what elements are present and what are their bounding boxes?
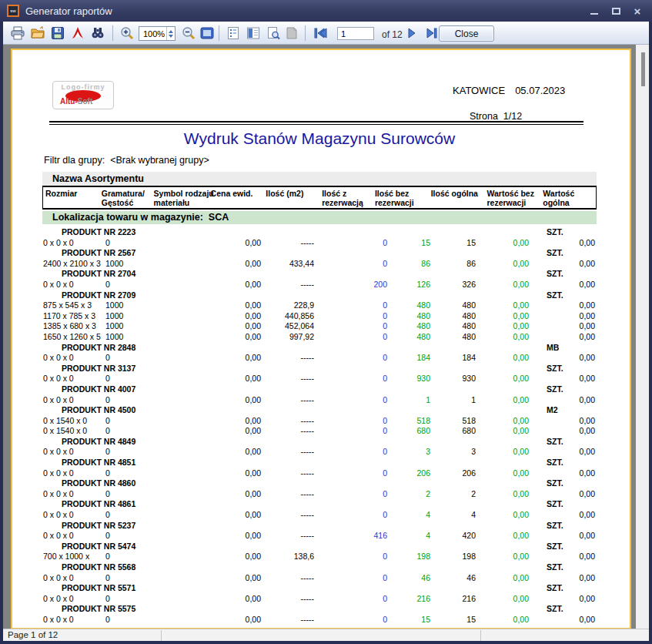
- close-preview-button[interactable]: Close: [439, 25, 494, 42]
- product-unit: SZT.: [547, 499, 563, 510]
- detail-row: 0 x 0 x 000,00-----41644200,000,00: [42, 531, 597, 542]
- column-header: Symbol rodzajumateriału: [152, 187, 209, 208]
- cell: 0,00: [208, 468, 261, 479]
- maximize-button[interactable]: [609, 4, 623, 18]
- whole-page-button[interactable]: [199, 25, 216, 42]
- cell: 0,00: [529, 311, 595, 322]
- cell: 0: [101, 594, 142, 605]
- cell: 0 x 0 x 0: [42, 395, 101, 406]
- open-button[interactable]: [29, 25, 46, 42]
- zoom-level-select[interactable]: 100%: [139, 26, 176, 41]
- product-row: PRODUKT NR 4500M2: [42, 405, 597, 416]
- cell: 518: [430, 416, 476, 427]
- scrollbar-thumb[interactable]: [641, 52, 645, 86]
- cell: 0: [314, 573, 387, 584]
- cell: 0,00: [208, 280, 261, 290]
- product-row: PRODUKT NR 4007SZT.: [42, 384, 597, 395]
- zoom-out-button[interactable]: [180, 25, 197, 42]
- cell: 0: [314, 238, 387, 249]
- cell: 46: [430, 573, 476, 584]
- cell: 0,00: [529, 395, 595, 406]
- cell: 0: [101, 468, 142, 479]
- product-unit: SZT.: [547, 290, 563, 301]
- detail-row: 0 x 1540 x 000,00-----05185180,000,00: [42, 416, 597, 427]
- cell: 0,00: [208, 374, 261, 384]
- header-divider: [49, 121, 583, 125]
- product-unit: MB: [547, 343, 559, 354]
- product-row: PRODUKT NR 5568SZT.: [42, 562, 597, 573]
- product-name: PRODUKT NR 4861: [62, 499, 135, 508]
- detail-row: 2400 x 2100 x 310000,00433,44086860,000,…: [42, 259, 597, 270]
- close-window-button[interactable]: ×: [630, 4, 644, 18]
- cell: 0,00: [529, 280, 595, 290]
- cell: 433,44: [261, 259, 314, 270]
- cell: 0: [314, 510, 387, 521]
- cell: -----: [261, 510, 314, 521]
- cell: 184: [387, 353, 430, 364]
- cell: 216: [387, 594, 430, 605]
- cell: 0: [314, 259, 387, 270]
- nav-next-button[interactable]: [403, 25, 420, 42]
- cell: 86: [430, 259, 476, 270]
- cell: 0,00: [476, 594, 529, 605]
- find-button[interactable]: [89, 25, 106, 42]
- location-band: Lokalizacja towaru w magazynie: SCA: [42, 211, 597, 224]
- cell: [142, 426, 208, 437]
- cell: 0,00: [476, 552, 529, 562]
- page-number-input[interactable]: [337, 27, 374, 40]
- product-name: PRODUKT NR 4851: [62, 458, 135, 467]
- product-name: PRODUKT NR 4849: [62, 437, 135, 446]
- zoom-level-value: 100%: [139, 29, 166, 39]
- cell: [142, 374, 208, 384]
- cell: 15: [387, 238, 430, 249]
- edit-page-button[interactable]: [283, 25, 300, 42]
- detail-row: 0 x 0 x 000,00-----0330,000,00: [42, 447, 597, 458]
- cell: 0,00: [529, 552, 595, 562]
- city-date-line: KATOWICE 05.07.2023: [453, 85, 565, 96]
- product-row: PRODUKT NR 2704SZT.: [42, 269, 597, 280]
- cell: -----: [261, 238, 314, 249]
- cell: 0,00: [529, 447, 595, 458]
- cell: 0,00: [529, 426, 595, 437]
- cell: 0: [314, 426, 387, 437]
- cell: 480: [430, 332, 476, 343]
- save-button[interactable]: [49, 25, 66, 42]
- cell: 184: [430, 353, 476, 364]
- column-header: Ilość bezrezerwacji: [373, 187, 429, 208]
- product-unit: SZT.: [547, 227, 563, 238]
- cell: 126: [387, 280, 430, 290]
- cell: 0,00: [208, 416, 261, 427]
- cell: 1: [387, 395, 430, 406]
- product-row: PRODUKT NR 3137SZT.: [42, 364, 597, 374]
- product-unit: SZT.: [547, 269, 563, 280]
- print-button[interactable]: [9, 25, 26, 42]
- nav-last-button[interactable]: [423, 25, 440, 42]
- vertical-scrollbar[interactable]: [636, 45, 649, 629]
- minimize-button[interactable]: [587, 4, 601, 18]
- export-pdf-button[interactable]: [69, 25, 86, 42]
- cell: 480: [430, 321, 476, 332]
- cell: 0,00: [476, 300, 529, 311]
- cell: 0: [314, 468, 387, 479]
- cell: 0: [314, 416, 387, 427]
- print-options-button[interactable]: [265, 25, 282, 42]
- cell: 0,00: [208, 552, 261, 562]
- cell: 0: [314, 374, 387, 384]
- cell: 0,00: [208, 238, 261, 249]
- column-header: Rozmiar: [43, 187, 99, 208]
- cell: 0,00: [529, 510, 595, 521]
- cell: 0,00: [529, 259, 595, 270]
- cell: 0 x 0 x 0: [42, 468, 101, 479]
- two-page-view-button[interactable]: [245, 25, 262, 42]
- cell: 1000: [101, 321, 142, 332]
- cell: 1170 x 785 x 3: [42, 311, 101, 322]
- cell: 0: [314, 311, 387, 322]
- zoom-in-button[interactable]: [119, 25, 135, 42]
- page-outline-button[interactable]: [225, 25, 242, 42]
- export-pdf-icon: [70, 25, 85, 41]
- cell: 0: [101, 447, 142, 458]
- cell: 0,00: [208, 332, 261, 343]
- cell: [142, 321, 208, 332]
- whole-page-icon: [199, 25, 215, 41]
- zoom-spinner[interactable]: [166, 27, 175, 40]
